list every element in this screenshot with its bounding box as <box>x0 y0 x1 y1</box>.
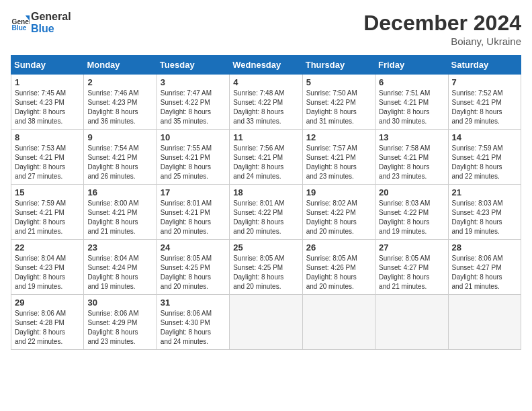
day-number: 12 <box>306 132 371 142</box>
col-wednesday: Wednesday <box>230 56 302 75</box>
calendar-table: Sunday Monday Tuesday Wednesday Thursday… <box>11 55 521 350</box>
day-info: Sunrise: 7:59 AMSunset: 4:21 PMDaylight:… <box>452 144 517 181</box>
day-info: Sunrise: 7:47 AMSunset: 4:22 PMDaylight:… <box>161 89 226 126</box>
day-info: Sunrise: 7:50 AMSunset: 4:22 PMDaylight:… <box>306 89 371 126</box>
calendar-cell: 30Sunrise: 8:06 AMSunset: 4:29 PMDayligh… <box>84 295 157 350</box>
calendar-body: 1Sunrise: 7:45 AMSunset: 4:23 PMDaylight… <box>11 75 521 350</box>
page-header: General Blue General Blue December 2024 … <box>11 11 521 47</box>
col-monday: Monday <box>84 56 157 75</box>
col-saturday: Saturday <box>448 56 521 75</box>
day-info: Sunrise: 8:05 AMSunset: 4:26 PMDaylight:… <box>306 254 371 291</box>
day-number: 29 <box>15 298 80 308</box>
day-info: Sunrise: 8:05 AMSunset: 4:25 PMDaylight:… <box>233 254 298 291</box>
day-info: Sunrise: 8:04 AMSunset: 4:23 PMDaylight:… <box>15 254 80 291</box>
day-number: 22 <box>15 242 80 253</box>
day-number: 23 <box>87 242 152 253</box>
day-info: Sunrise: 8:01 AMSunset: 4:22 PMDaylight:… <box>233 199 298 236</box>
day-number: 8 <box>15 132 80 142</box>
calendar-cell: 12Sunrise: 7:57 AMSunset: 4:21 PMDayligh… <box>302 130 375 185</box>
day-number: 19 <box>306 187 371 197</box>
day-number: 10 <box>161 132 226 142</box>
calendar-cell: 27Sunrise: 8:05 AMSunset: 4:27 PMDayligh… <box>375 240 448 295</box>
calendar-cell: 28Sunrise: 8:06 AMSunset: 4:27 PMDayligh… <box>448 240 521 295</box>
col-sunday: Sunday <box>11 56 84 75</box>
calendar-cell: 9Sunrise: 7:54 AMSunset: 4:21 PMDaylight… <box>84 130 157 185</box>
calendar-row: 22Sunrise: 8:04 AMSunset: 4:23 PMDayligh… <box>11 240 521 295</box>
day-info: Sunrise: 8:01 AMSunset: 4:21 PMDaylight:… <box>161 199 226 236</box>
calendar-row: 1Sunrise: 7:45 AMSunset: 4:23 PMDaylight… <box>11 75 521 130</box>
calendar-cell: 17Sunrise: 8:01 AMSunset: 4:21 PMDayligh… <box>157 185 229 240</box>
day-number: 2 <box>87 77 152 87</box>
day-number: 20 <box>379 187 444 197</box>
day-info: Sunrise: 7:46 AMSunset: 4:23 PMDaylight:… <box>87 89 152 126</box>
calendar-cell <box>302 295 375 350</box>
day-number: 11 <box>233 132 298 142</box>
day-info: Sunrise: 8:06 AMSunset: 4:27 PMDaylight:… <box>452 254 517 291</box>
calendar-cell: 16Sunrise: 8:00 AMSunset: 4:21 PMDayligh… <box>84 185 157 240</box>
day-number: 27 <box>379 242 444 253</box>
title-area: December 2024 Boiany, Ukraine <box>363 11 521 47</box>
col-tuesday: Tuesday <box>157 56 229 75</box>
day-info: Sunrise: 7:51 AMSunset: 4:21 PMDaylight:… <box>379 89 444 126</box>
calendar-cell: 24Sunrise: 8:05 AMSunset: 4:25 PMDayligh… <box>157 240 229 295</box>
calendar-cell: 6Sunrise: 7:51 AMSunset: 4:21 PMDaylight… <box>375 75 448 130</box>
day-info: Sunrise: 8:06 AMSunset: 4:29 PMDaylight:… <box>87 309 152 347</box>
logo-icon: General Blue <box>11 13 30 32</box>
day-number: 18 <box>233 187 298 197</box>
col-friday: Friday <box>375 56 448 75</box>
day-info: Sunrise: 7:56 AMSunset: 4:21 PMDaylight:… <box>233 144 298 181</box>
col-thursday: Thursday <box>302 56 375 75</box>
day-info: Sunrise: 8:00 AMSunset: 4:21 PMDaylight:… <box>87 199 152 236</box>
logo-blue: Blue <box>31 23 71 35</box>
calendar-cell: 19Sunrise: 8:02 AMSunset: 4:22 PMDayligh… <box>302 185 375 240</box>
svg-text:Blue: Blue <box>12 24 27 31</box>
calendar-cell: 4Sunrise: 7:48 AMSunset: 4:22 PMDaylight… <box>230 75 302 130</box>
day-number: 25 <box>233 242 298 253</box>
calendar-cell: 29Sunrise: 8:06 AMSunset: 4:28 PMDayligh… <box>11 295 84 350</box>
day-number: 17 <box>161 187 226 197</box>
day-info: Sunrise: 7:59 AMSunset: 4:21 PMDaylight:… <box>15 199 80 236</box>
calendar-cell: 11Sunrise: 7:56 AMSunset: 4:21 PMDayligh… <box>230 130 302 185</box>
calendar-cell <box>375 295 448 350</box>
day-number: 1 <box>15 77 80 87</box>
calendar-cell: 20Sunrise: 8:03 AMSunset: 4:22 PMDayligh… <box>375 185 448 240</box>
day-info: Sunrise: 8:05 AMSunset: 4:27 PMDaylight:… <box>379 254 444 291</box>
calendar-cell: 15Sunrise: 7:59 AMSunset: 4:21 PMDayligh… <box>11 185 84 240</box>
calendar-cell: 8Sunrise: 7:53 AMSunset: 4:21 PMDaylight… <box>11 130 84 185</box>
calendar-cell: 25Sunrise: 8:05 AMSunset: 4:25 PMDayligh… <box>230 240 302 295</box>
day-info: Sunrise: 7:54 AMSunset: 4:21 PMDaylight:… <box>87 144 152 181</box>
day-info: Sunrise: 7:58 AMSunset: 4:21 PMDaylight:… <box>379 144 444 181</box>
calendar-cell: 18Sunrise: 8:01 AMSunset: 4:22 PMDayligh… <box>230 185 302 240</box>
day-info: Sunrise: 8:02 AMSunset: 4:22 PMDaylight:… <box>306 199 371 236</box>
day-number: 31 <box>161 298 226 308</box>
logo-general: General <box>31 11 71 23</box>
calendar-row: 15Sunrise: 7:59 AMSunset: 4:21 PMDayligh… <box>11 185 521 240</box>
calendar-cell: 22Sunrise: 8:04 AMSunset: 4:23 PMDayligh… <box>11 240 84 295</box>
day-info: Sunrise: 7:48 AMSunset: 4:22 PMDaylight:… <box>233 89 298 126</box>
calendar-cell: 3Sunrise: 7:47 AMSunset: 4:22 PMDaylight… <box>157 75 229 130</box>
day-info: Sunrise: 7:53 AMSunset: 4:21 PMDaylight:… <box>15 144 80 181</box>
day-number: 7 <box>452 77 517 87</box>
calendar-cell: 10Sunrise: 7:55 AMSunset: 4:21 PMDayligh… <box>157 130 229 185</box>
day-number: 15 <box>15 187 80 197</box>
day-number: 24 <box>161 242 226 253</box>
day-number: 16 <box>87 187 152 197</box>
day-number: 5 <box>306 77 371 87</box>
day-info: Sunrise: 8:06 AMSunset: 4:28 PMDaylight:… <box>15 309 80 347</box>
calendar-cell: 7Sunrise: 7:52 AMSunset: 4:21 PMDaylight… <box>448 75 521 130</box>
calendar-cell: 13Sunrise: 7:58 AMSunset: 4:21 PMDayligh… <box>375 130 448 185</box>
day-number: 4 <box>233 77 298 87</box>
day-info: Sunrise: 8:03 AMSunset: 4:23 PMDaylight:… <box>452 199 517 236</box>
day-number: 13 <box>379 132 444 142</box>
day-number: 14 <box>452 132 517 142</box>
day-info: Sunrise: 7:52 AMSunset: 4:21 PMDaylight:… <box>452 89 517 126</box>
day-info: Sunrise: 8:06 AMSunset: 4:30 PMDaylight:… <box>161 309 226 347</box>
calendar-cell <box>230 295 302 350</box>
day-number: 26 <box>306 242 371 253</box>
month-title: December 2024 <box>363 11 521 36</box>
header-row: Sunday Monday Tuesday Wednesday Thursday… <box>11 56 521 75</box>
location: Boiany, Ukraine <box>363 36 521 47</box>
day-info: Sunrise: 8:05 AMSunset: 4:25 PMDaylight:… <box>161 254 226 291</box>
day-info: Sunrise: 8:03 AMSunset: 4:22 PMDaylight:… <box>379 199 444 236</box>
day-number: 9 <box>87 132 152 142</box>
